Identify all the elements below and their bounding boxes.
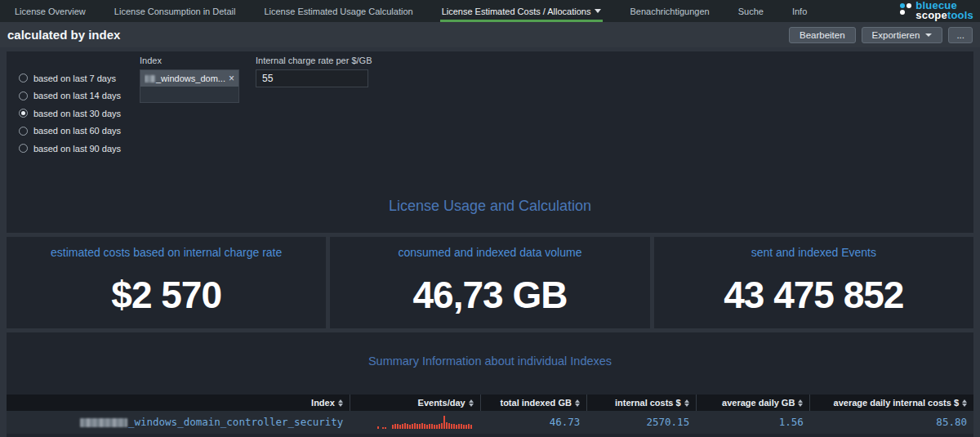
dropdown-caret-icon xyxy=(925,33,932,37)
table-header-row: Index Events/day total indexed GB intern… xyxy=(7,395,973,411)
stat-value-data-volume: 46,73 GB xyxy=(330,273,649,317)
nav-info[interactable]: Info xyxy=(791,0,808,22)
charge-rate-label: Internal charge rate per $/GB xyxy=(256,56,372,65)
multiselect-input-area[interactable] xyxy=(140,87,238,102)
redacted-text xyxy=(80,418,127,427)
radio-icon xyxy=(19,74,28,82)
token-remove-icon[interactable]: × xyxy=(229,73,234,84)
edit-button[interactable]: Bearbeiten xyxy=(789,27,856,43)
sort-icon xyxy=(684,399,689,408)
stat-panel-estimated-costs: estimated costs based on internal charge… xyxy=(7,237,326,328)
stat-panel-data-volume: consumed and indexed data volume 46,73 G… xyxy=(330,237,649,328)
sort-icon xyxy=(469,399,474,408)
redacted-text xyxy=(145,75,155,82)
cell-events-sparkline[interactable] xyxy=(350,411,480,435)
col-header-average-daily-internal-costs[interactable]: average daily internal costs $ xyxy=(810,395,973,411)
cell-average-daily-gb[interactable]: 1.56 xyxy=(696,411,810,435)
index-multiselect[interactable]: _windows_dom... × xyxy=(140,69,239,103)
radio-icon xyxy=(19,91,28,100)
summary-title: Summary Information about individual Ind… xyxy=(7,332,973,368)
filter-panel: based on last 7 days based on last 14 da… xyxy=(7,51,973,233)
radio-icon xyxy=(19,144,28,153)
stat-title: consumed and indexed data volume xyxy=(330,237,649,259)
radio-last-90-days[interactable]: based on last 90 days xyxy=(19,140,121,158)
radio-last-30-days[interactable]: based on last 30 days xyxy=(19,105,121,123)
summary-table: Index Events/day total indexed GB intern… xyxy=(7,395,973,435)
time-range-radio-group: based on last 7 days based on last 14 da… xyxy=(19,69,121,158)
col-header-average-daily-gb[interactable]: average daily GB xyxy=(696,395,810,411)
cell-index-name[interactable]: _windows_domain_controller_security xyxy=(7,411,350,435)
nav-license-consumption[interactable]: License Consumption in Detail xyxy=(113,0,238,22)
radio-last-14-days[interactable]: based on last 14 days xyxy=(19,87,121,105)
radio-icon xyxy=(19,109,28,118)
summary-panel: Summary Information about individual Ind… xyxy=(7,332,973,437)
dashboard-header: calculated by index Bearbeiten Exportier… xyxy=(0,22,980,47)
dropdown-caret-icon xyxy=(595,9,601,13)
radio-icon xyxy=(19,127,28,136)
cell-average-daily-internal-costs[interactable]: 85.80 xyxy=(810,411,973,435)
nav-benachrichtigungen[interactable]: Benachrichtigungen xyxy=(628,0,710,22)
stat-title: sent and indexed Events xyxy=(654,237,973,259)
col-header-events-day[interactable]: Events/day xyxy=(350,395,480,411)
top-navbar: License Overview License Consumption in … xyxy=(0,0,980,22)
cell-internal-costs[interactable]: 2570.15 xyxy=(586,411,696,435)
section-title-license-usage: License Usage and Calculation xyxy=(7,198,973,215)
radio-last-60-days[interactable]: based on last 60 days xyxy=(19,123,121,140)
stat-value-estimated-costs: $2 570 xyxy=(7,273,326,317)
cell-total-indexed-gb[interactable]: 46.73 xyxy=(480,411,586,435)
sort-icon xyxy=(338,399,343,408)
stat-value-events: 43 475 852 xyxy=(654,273,973,317)
sort-icon xyxy=(575,399,580,408)
index-token: _windows_dom... × xyxy=(140,70,238,87)
stat-title: estimated costs based on internal charge… xyxy=(7,237,326,259)
export-button[interactable]: Exportieren xyxy=(862,27,943,43)
nav-license-estimated-costs[interactable]: License Estimated Costs / Allocations xyxy=(440,0,604,22)
logo-dots-icon xyxy=(900,3,912,16)
table-row: _windows_domain_controller_security 46.7… xyxy=(7,411,973,435)
index-field-label: Index xyxy=(140,56,239,65)
nav-suche[interactable]: Suche xyxy=(737,0,765,22)
radio-last-7-days[interactable]: based on last 7 days xyxy=(19,69,121,87)
sort-icon xyxy=(962,399,967,408)
more-actions-button[interactable]: ... xyxy=(948,27,973,43)
stat-panel-events: sent and indexed Events 43 475 852 xyxy=(654,237,973,328)
col-header-internal-costs[interactable]: internal costs $ xyxy=(586,395,696,411)
bluecue-scopetools-logo: bluecue scopetools xyxy=(900,1,973,20)
sort-icon xyxy=(798,399,803,408)
page-title: calculated by index xyxy=(7,28,120,42)
nav-license-estimated-usage[interactable]: License Estimated Usage Calculation xyxy=(262,0,414,22)
col-header-index[interactable]: Index xyxy=(7,395,350,411)
events-sparkline-chart xyxy=(377,416,474,429)
col-header-total-indexed-gb[interactable]: total indexed GB xyxy=(480,395,586,411)
charge-rate-input[interactable] xyxy=(256,69,368,87)
nav-license-overview[interactable]: License Overview xyxy=(13,0,87,22)
